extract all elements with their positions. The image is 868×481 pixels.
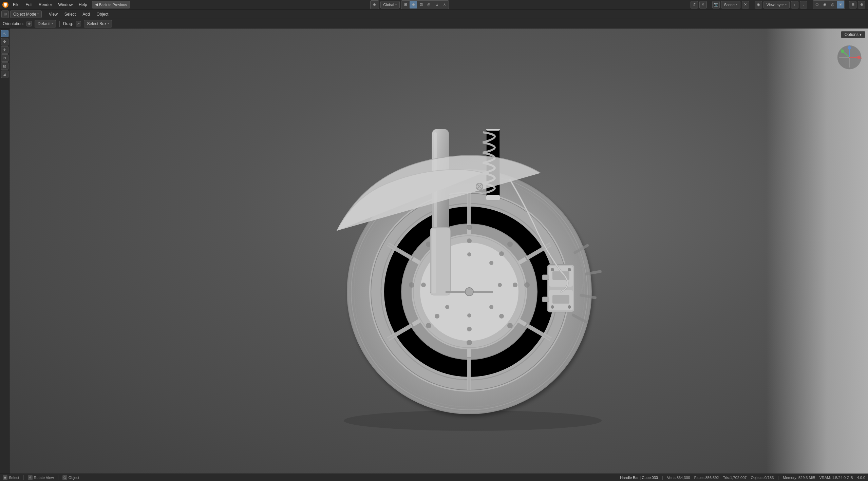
svg-rect-3 <box>4 6 6 7</box>
svg-point-43 <box>426 323 431 328</box>
transform-icon-4[interactable]: ◎ <box>425 1 433 8</box>
add-viewlayer-icon[interactable]: + <box>791 1 798 8</box>
menu-render[interactable]: Render <box>36 1 55 9</box>
object-label: Object <box>69 476 79 480</box>
options-separator-1 <box>59 21 60 27</box>
rendered-icon[interactable]: ☀ <box>837 1 844 8</box>
toolbar-add[interactable]: Add <box>80 10 92 18</box>
editor-type-icon[interactable]: ⊞ <box>1 11 9 18</box>
material-preview-icon[interactable]: ◎ <box>829 1 836 8</box>
render-engine-icon[interactable]: ◉ <box>755 1 762 8</box>
svg-point-69 <box>551 305 554 309</box>
menu-help[interactable]: Help <box>76 1 90 9</box>
overlay-icon[interactable]: ⊞ <box>849 1 856 8</box>
object-mode-dropdown[interactable]: Object Mode ▾ <box>10 11 42 18</box>
menu-edit[interactable]: Edit <box>23 1 35 9</box>
toolbar-separator-1 <box>44 11 44 17</box>
orientation-icon[interactable]: ⊕ <box>26 21 32 26</box>
transform-icon-2[interactable]: ⊕ <box>410 1 417 8</box>
wireframe-icon[interactable]: ⬡ <box>813 1 821 8</box>
svg-point-44 <box>409 282 414 288</box>
global-chevron-icon: ▾ <box>395 3 397 6</box>
svg-rect-78 <box>486 129 500 131</box>
remove-viewlayer-icon[interactable]: - <box>800 1 807 8</box>
memory-info: Memory: 529.3 MiB <box>783 476 815 480</box>
object-mode-chevron-icon: ▾ <box>37 13 39 16</box>
svg-point-1 <box>4 3 7 5</box>
viewport-options-button[interactable]: Options ▾ <box>841 31 865 38</box>
default-chevron-icon: ▾ <box>52 22 53 25</box>
status-separator-pipe-2: | <box>778 476 779 480</box>
select-box-dropdown[interactable]: Select Box ▾ <box>84 20 112 27</box>
viewlayer-chevron-icon: ▾ <box>785 3 787 6</box>
toolbar-object[interactable]: Object <box>94 10 111 18</box>
viewlayer-dropdown[interactable]: ViewLayer ▾ <box>763 1 790 8</box>
blender-logo[interactable] <box>1 1 10 9</box>
object-mode-label: Object Mode <box>13 12 36 17</box>
cursor-tool-button[interactable]: ✥ <box>1 38 8 45</box>
camera-icon[interactable]: 📷 <box>712 1 720 8</box>
svg-point-39 <box>507 242 513 247</box>
toolbar-select[interactable]: Select <box>62 10 78 18</box>
proportional-edit-icon[interactable]: ⊿ <box>433 1 440 8</box>
options-label: Options <box>845 32 858 37</box>
select-tool-button[interactable]: ↖ <box>1 30 8 37</box>
viewport[interactable]: Options ▾ X Y Z <box>10 28 868 474</box>
toolbar-view[interactable]: View <box>46 10 60 18</box>
svg-point-41 <box>507 323 513 328</box>
scene-dropdown[interactable]: Scene ▾ <box>721 1 740 8</box>
magnet-icon[interactable]: ⊕ <box>371 1 378 8</box>
global-dropdown[interactable]: Global ▾ <box>380 1 400 8</box>
status-rotate-view: ↺ Rotate View <box>28 475 54 480</box>
refresh-icon[interactable]: ↺ <box>691 1 698 8</box>
status-sep-2 <box>58 475 58 480</box>
header-left-section: File Edit Render Window Help ◀ Back to P… <box>0 1 131 9</box>
svg-text:Y: Y <box>841 47 843 51</box>
objects-count: Objects:0/183 <box>751 476 774 480</box>
header-right-section: ↺ ✕ 📷 Scene ▾ ✕ ◉ ViewLayer ▾ + - ⬡ ◉ ◎ … <box>688 0 868 9</box>
header-center-section: ⊕ Global ▾ ⊞ ⊕ ⊡ ◎ ⊿ ∧ <box>131 0 687 9</box>
snap-icon-group: ⊕ <box>370 0 379 9</box>
solid-icon[interactable]: ◉ <box>821 1 829 8</box>
svg-point-46 <box>467 238 472 243</box>
transform-tool-button[interactable]: ⊿ <box>1 71 8 78</box>
viewport-shading-group: ⬡ ◉ ◎ ☀ <box>813 0 845 9</box>
unlink-scene-icon[interactable]: ✕ <box>742 1 749 8</box>
viewport-gizmo[interactable]: X Y Z <box>836 44 863 71</box>
svg-point-38 <box>467 225 472 230</box>
svg-point-51 <box>435 314 439 319</box>
svg-point-42 <box>467 340 472 345</box>
transform-icon-3[interactable]: ⊡ <box>417 1 425 8</box>
rotate-tool-button[interactable]: ↻ <box>1 54 8 62</box>
proportional-falloff-icon[interactable]: ∧ <box>441 1 448 8</box>
back-label: Back to Previous <box>99 3 127 7</box>
scale-tool-button[interactable]: ⊡ <box>1 62 8 70</box>
faces-count: Faces:856,592 <box>694 476 719 480</box>
gizmo-icon[interactable]: ⊕ <box>858 1 865 8</box>
svg-point-56 <box>498 283 502 287</box>
svg-point-49 <box>499 314 504 319</box>
svg-point-68 <box>568 268 571 271</box>
close-icon[interactable]: ✕ <box>699 1 707 8</box>
move-tool-button[interactable]: ✛ <box>1 46 8 54</box>
back-to-previous-button[interactable]: ◀ Back to Previous <box>92 1 130 8</box>
svg-point-50 <box>467 327 472 331</box>
menu-window[interactable]: Window <box>55 1 75 9</box>
select-box-label: Select Box <box>87 21 106 26</box>
status-object: ⬡ Object <box>62 475 79 480</box>
mesh-info: Handle Bar | Cube.030 <box>620 476 658 480</box>
menu-file[interactable]: File <box>10 1 22 9</box>
rotate-view-icon: ↺ <box>28 475 33 480</box>
transform-icon-1[interactable]: ⊞ <box>402 1 409 8</box>
status-bar: ◉ Select ↺ Rotate View ⬡ Object Handle B… <box>0 474 868 481</box>
top-header-bar: File Edit Render Window Help ◀ Back to P… <box>0 0 868 9</box>
left-toolbar: ↖ ✥ ✛ ↻ ⊡ ⊿ <box>0 28 10 474</box>
back-icon: ◀ <box>95 2 98 7</box>
svg-text:Z: Z <box>848 44 850 47</box>
select-box-chevron-icon: ▾ <box>108 22 109 25</box>
version-info: 4.0.0 <box>857 476 865 480</box>
default-dropdown[interactable]: Default ▾ <box>35 20 56 27</box>
svg-point-59 <box>445 305 449 309</box>
drag-icon[interactable]: ↗ <box>76 21 81 26</box>
svg-rect-2 <box>4 5 7 6</box>
